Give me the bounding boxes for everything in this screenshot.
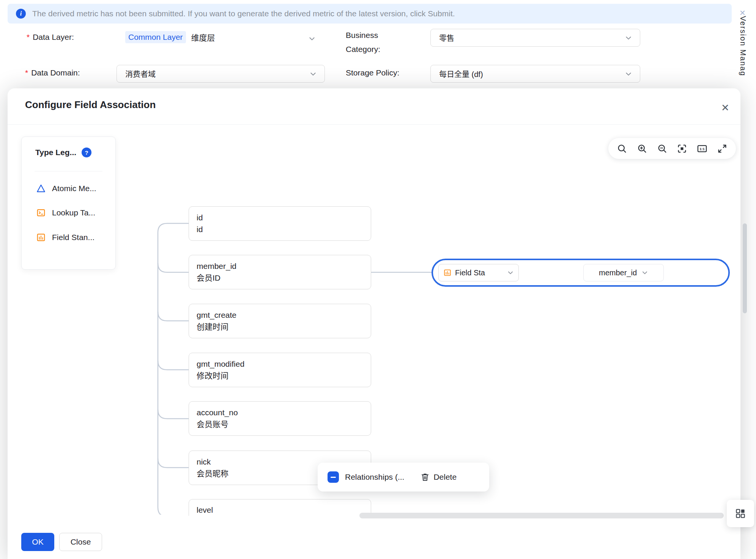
zoom-in-icon[interactable] — [636, 142, 649, 155]
field-label: 会员账号 — [197, 418, 363, 430]
configure-field-association-modal: Configure Field Association ✕ Type Leg..… — [8, 88, 740, 559]
trash-icon — [420, 472, 430, 482]
chevron-down-icon — [625, 34, 632, 42]
field-name: gmt_modified — [197, 358, 363, 370]
horizontal-scrollbar[interactable] — [359, 513, 724, 518]
field-label: 修改时间 — [197, 370, 363, 382]
info-icon: i — [16, 9, 26, 19]
field-node-gmt-create[interactable]: gmt_create 创建时间 — [189, 304, 371, 338]
grid-icon — [735, 508, 746, 519]
data-domain-select[interactable]: 消费者域 — [117, 65, 325, 83]
fit-view-icon[interactable] — [676, 142, 688, 155]
required-mark: * — [27, 33, 30, 41]
chevron-down-icon — [309, 70, 317, 78]
field-node-id[interactable]: id id — [189, 206, 371, 241]
svg-text:1:1: 1:1 — [699, 147, 704, 151]
data-layer-value-chip: Common Layer — [125, 31, 186, 43]
field-label: id — [197, 223, 363, 235]
field-node-level-clip: level — [189, 499, 371, 516]
delete-button[interactable]: Delete — [420, 472, 457, 482]
business-category-label: Business Category: — [346, 28, 380, 56]
minimap-toggle-button[interactable] — [727, 500, 754, 527]
storage-policy-select[interactable]: 每日全量 (df) — [430, 65, 640, 83]
chevron-down-icon — [308, 35, 316, 42]
field-node-gmt-modified[interactable]: gmt_modified 修改时间 — [189, 353, 371, 387]
chevron-down-icon — [625, 70, 632, 78]
data-layer-select[interactable]: Common Layer 维度层 — [125, 31, 215, 43]
vertical-scrollbar[interactable] — [743, 223, 747, 313]
version-management-tab[interactable]: Version Manag — [739, 16, 747, 76]
relationship-label: Relationships (... — [345, 473, 404, 482]
search-icon[interactable] — [616, 142, 628, 155]
required-mark: * — [25, 68, 28, 77]
zoom-out-icon[interactable] — [656, 142, 669, 155]
field-name: account_no — [197, 407, 363, 418]
association-field-select[interactable]: member_id — [583, 264, 664, 281]
field-standard-icon — [443, 269, 452, 277]
field-name: id — [197, 212, 363, 223]
collapse-relationship-icon[interactable] — [328, 471, 339, 483]
data-domain-label: *Data Domain: — [25, 68, 80, 77]
chevron-down-icon — [641, 269, 648, 276]
field-name: level — [197, 504, 363, 516]
ok-button[interactable]: OK — [21, 533, 54, 551]
field-node-member-id[interactable]: member_id 会员ID — [189, 255, 371, 289]
business-category-select[interactable]: 零售 — [430, 29, 640, 47]
fullscreen-icon[interactable] — [716, 142, 729, 155]
field-label: 会员ID — [197, 272, 363, 284]
field-node-level[interactable]: level — [189, 499, 371, 516]
page: i The derived metric has not been submit… — [0, 0, 756, 559]
field-name: gmt_create — [197, 309, 363, 321]
chevron-down-icon — [507, 269, 514, 276]
field-label: 创建时间 — [197, 321, 363, 333]
canvas-toolbar: 1:1 — [608, 138, 736, 159]
actual-size-icon[interactable]: 1:1 — [696, 142, 709, 155]
close-button[interactable]: Close — [59, 533, 102, 551]
association-type-select[interactable]: Field Sta — [438, 264, 519, 281]
info-banner: i The derived metric has not been submit… — [8, 4, 732, 24]
banner-message: The derived metric has not been submitte… — [32, 9, 455, 18]
relationship-popup: Relationships (... Delete — [318, 463, 489, 491]
data-layer-label: *Data Layer: — [27, 33, 74, 42]
field-node-account-no[interactable]: account_no 会员账号 — [189, 401, 371, 436]
data-layer-value-suffix: 维度层 — [191, 31, 215, 43]
storage-policy-label: Storage Policy: — [346, 68, 399, 77]
field-name: member_id — [197, 260, 363, 272]
association-node[interactable]: Field Sta member_id — [432, 259, 730, 287]
